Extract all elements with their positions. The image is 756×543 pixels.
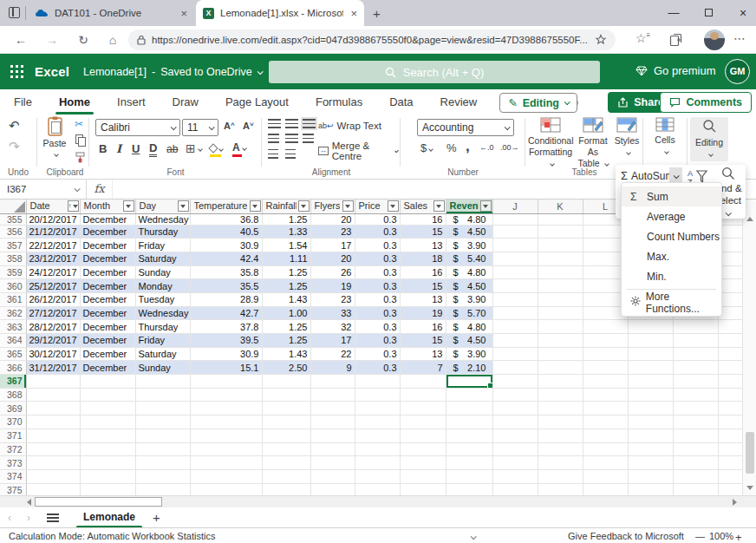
decrease-indent-icon[interactable] bbox=[268, 149, 278, 159]
cell-rainfall[interactable]: 1.54 bbox=[262, 239, 310, 252]
increase-decimal-icon[interactable]: ←.0 bbox=[479, 143, 494, 152]
select-all-button[interactable] bbox=[0, 200, 26, 213]
cell-empty[interactable] bbox=[355, 402, 400, 415]
cell-date[interactable]: 20/12/2017 bbox=[26, 213, 80, 225]
menu-item-max[interactable]: Max. bbox=[622, 246, 721, 266]
cell-empty[interactable] bbox=[446, 469, 492, 483]
zoom-in-button[interactable]: + bbox=[735, 531, 742, 543]
ribbon-tab-file[interactable]: File bbox=[12, 90, 34, 114]
cell-empty[interactable] bbox=[628, 429, 673, 442]
cell-temperature[interactable]: 30.9 bbox=[190, 347, 262, 361]
tab-close-icon[interactable]: × bbox=[350, 8, 357, 19]
cell-empty[interactable] bbox=[538, 320, 583, 334]
cell-empty[interactable] bbox=[355, 415, 400, 429]
cell-empty[interactable] bbox=[628, 469, 673, 483]
calc-mode-status[interactable]: Calculation Mode: Automatic bbox=[9, 531, 129, 541]
cell-revenue[interactable]: $5.40 bbox=[446, 252, 492, 265]
editing-group-button[interactable]: Editing bbox=[690, 117, 728, 161]
cell-empty[interactable] bbox=[310, 442, 355, 456]
ribbon-tab-review[interactable]: Review bbox=[439, 90, 479, 114]
cell-flyers[interactable]: 19 bbox=[310, 279, 355, 293]
row-header-365[interactable]: 365 bbox=[0, 347, 26, 361]
cell-empty[interactable] bbox=[492, 388, 538, 402]
cell-empty[interactable] bbox=[538, 334, 583, 348]
fill-color-icon[interactable] bbox=[210, 143, 223, 154]
cell-empty[interactable] bbox=[718, 483, 742, 495]
cell-empty[interactable] bbox=[673, 347, 718, 361]
underline-button[interactable]: U bbox=[132, 142, 140, 155]
cell-empty[interactable] bbox=[446, 442, 492, 456]
cell-temperature[interactable]: 42.4 bbox=[190, 252, 262, 265]
cell-empty[interactable] bbox=[538, 429, 583, 442]
zoom-level[interactable]: 100% bbox=[709, 531, 733, 541]
cell-empty[interactable] bbox=[628, 415, 673, 429]
column-header-date[interactable]: Date↑ bbox=[26, 200, 80, 213]
comments-button[interactable]: Comments bbox=[660, 92, 752, 113]
cell-empty[interactable] bbox=[492, 320, 538, 334]
cell-empty[interactable] bbox=[583, 456, 628, 470]
cell-flyers[interactable]: 20 bbox=[310, 213, 355, 225]
cell-month[interactable]: December bbox=[80, 361, 135, 375]
cell-empty[interactable] bbox=[538, 306, 583, 320]
cell-empty[interactable] bbox=[26, 375, 80, 389]
cell-empty[interactable] bbox=[26, 402, 80, 415]
cell-month[interactable]: December bbox=[80, 347, 135, 361]
cell-sales[interactable]: 13 bbox=[400, 292, 446, 306]
cell-revenue[interactable]: $4.50 bbox=[446, 279, 492, 293]
add-sheet-button[interactable]: + bbox=[153, 510, 160, 525]
column-header-revenue[interactable]: Revenue bbox=[446, 200, 492, 213]
cell-flyers[interactable]: 26 bbox=[310, 265, 355, 279]
ribbon-tab-draw[interactable]: Draw bbox=[171, 90, 200, 114]
feedback-link[interactable]: Give Feedback to Microsoft bbox=[568, 531, 684, 541]
cell-empty[interactable] bbox=[190, 483, 262, 495]
cell-empty[interactable] bbox=[673, 320, 718, 334]
styles-button[interactable]: Styles bbox=[613, 117, 641, 158]
cell-empty[interactable] bbox=[718, 402, 742, 415]
cell-revenue[interactable]: $4.50 bbox=[446, 225, 492, 239]
cell-empty[interactable] bbox=[492, 415, 538, 429]
cell-empty[interactable] bbox=[628, 442, 673, 456]
scroll-right-icon[interactable] bbox=[733, 499, 737, 506]
cell-month[interactable]: December bbox=[80, 279, 135, 293]
new-tab-button[interactable]: + bbox=[373, 6, 381, 21]
cell-month[interactable]: December bbox=[80, 265, 135, 279]
cell-day[interactable]: Sunday bbox=[135, 361, 190, 375]
cell-rainfall[interactable]: 1.43 bbox=[262, 347, 310, 361]
cell-empty[interactable] bbox=[135, 469, 190, 483]
cell-price[interactable]: 0.3 bbox=[355, 265, 400, 279]
cell-revenue[interactable]: $4.50 bbox=[446, 334, 492, 348]
cell-temperature[interactable]: 37.8 bbox=[190, 320, 262, 334]
cell-empty[interactable] bbox=[492, 213, 538, 225]
scroll-down-icon[interactable] bbox=[746, 486, 753, 490]
align-center-icon[interactable] bbox=[285, 134, 298, 143]
vertical-scroll-thumb[interactable] bbox=[746, 432, 754, 474]
back-button[interactable]: ← bbox=[12, 31, 29, 49]
row-header-368[interactable]: 368 bbox=[0, 388, 26, 402]
cell-empty[interactable] bbox=[190, 469, 262, 483]
ribbon-tab-page-layout[interactable]: Page Layout bbox=[224, 90, 290, 114]
cell-price[interactable]: 0.3 bbox=[355, 347, 400, 361]
cells-button[interactable]: Cells bbox=[646, 117, 684, 157]
cell-rainfall[interactable]: 1.25 bbox=[262, 320, 310, 334]
filter-button[interactable] bbox=[388, 200, 399, 212]
cell-flyers[interactable]: 23 bbox=[310, 225, 355, 239]
cell-price[interactable]: 0.3 bbox=[355, 334, 400, 348]
cell-empty[interactable] bbox=[190, 442, 262, 456]
next-sheet-icon[interactable]: › bbox=[19, 512, 38, 524]
cell-date[interactable]: 29/12/2017 bbox=[26, 334, 80, 348]
cell-day[interactable]: Thursday bbox=[135, 320, 190, 334]
cell-empty[interactable] bbox=[538, 279, 583, 293]
cell-empty[interactable] bbox=[673, 334, 718, 348]
cell-day[interactable]: Wednesday bbox=[135, 213, 190, 225]
cell-sales[interactable]: 16 bbox=[400, 265, 446, 279]
sheet-tab-lemonade[interactable]: Lemonade bbox=[71, 507, 147, 528]
cell-empty[interactable] bbox=[628, 361, 673, 375]
cell-empty[interactable] bbox=[673, 442, 718, 456]
cell-empty[interactable] bbox=[310, 429, 355, 442]
cell-temperature[interactable]: 40.5 bbox=[190, 225, 262, 239]
font-size-select[interactable]: 11 bbox=[182, 119, 218, 136]
cell-empty[interactable] bbox=[718, 469, 742, 483]
scroll-up-icon[interactable] bbox=[746, 217, 753, 221]
cell-price[interactable]: 0.3 bbox=[355, 239, 400, 252]
column-header-month[interactable]: Month bbox=[80, 200, 135, 213]
